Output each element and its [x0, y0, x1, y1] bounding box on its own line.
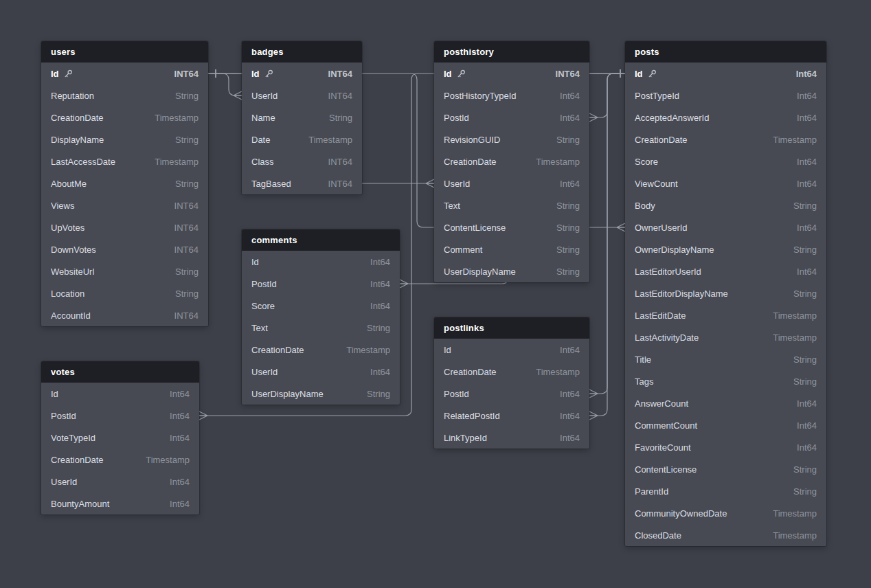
field-row-users-aboutme[interactable]: AboutMeString — [41, 172, 208, 194]
field-row-users-upvotes[interactable]: UpVotesINT64 — [41, 216, 208, 238]
field-row-posthistory-id[interactable]: IdINT64 — [434, 63, 589, 84]
field-type: Int64 — [547, 113, 580, 123]
field-row-users-creationdate[interactable]: CreationDateTimestamp — [41, 106, 208, 128]
field-row-posthistory-postid[interactable]: PostIdInt64 — [434, 106, 589, 128]
table-comments[interactable]: commentsIdInt64PostIdInt64ScoreInt64Text… — [242, 229, 400, 405]
field-row-posts-lasteditoruserid[interactable]: LastEditorUserIdInt64 — [625, 260, 826, 282]
field-row-posts-lasteditordisplayname[interactable]: LastEditorDisplayNameString — [625, 282, 826, 304]
field-row-posts-contentlicense[interactable]: ContentLicenseString — [625, 458, 826, 480]
table-postlinks[interactable]: postlinksIdInt64CreationDateTimestampPos… — [434, 317, 589, 449]
field-name: ViewCount — [635, 179, 678, 189]
table-posts[interactable]: postsIdInt64PostTypeIdInt64AcceptedAnswe… — [625, 41, 826, 546]
field-row-users-websiteurl[interactable]: WebsiteUrlString — [41, 260, 208, 282]
field-row-comments-creationdate[interactable]: CreationDateTimestamp — [242, 339, 400, 361]
field-row-votes-id[interactable]: IdInt64 — [41, 383, 199, 405]
table-badges[interactable]: badgesIdINT64UserIdINT64NameStringDateTi… — [242, 41, 362, 194]
field-name: UserId — [251, 91, 278, 101]
field-row-votes-creationdate[interactable]: CreationDateTimestamp — [41, 449, 199, 471]
field-row-posts-parentid[interactable]: ParentIdString — [625, 480, 826, 502]
field-row-posts-answercount[interactable]: AnswerCountInt64 — [625, 392, 826, 414]
field-name: LinkTypeId — [444, 433, 487, 443]
field-row-posts-owneruserid[interactable]: OwnerUserIdInt64 — [625, 216, 826, 238]
field-row-badges-tagbased[interactable]: TagBasedINT64 — [242, 172, 362, 194]
field-row-posts-ownerdisplayname[interactable]: OwnerDisplayNameString — [625, 238, 826, 260]
field-row-posthistory-creationdate[interactable]: CreationDateTimestamp — [434, 150, 589, 172]
field-row-posthistory-userid[interactable]: UserIdInt64 — [434, 172, 589, 194]
field-name: TagBased — [251, 179, 291, 189]
field-row-postlinks-relatedpostid[interactable]: RelatedPostIdInt64 — [434, 405, 589, 427]
field-row-users-location[interactable]: LocationString — [41, 282, 208, 304]
table-header-comments[interactable]: comments — [242, 229, 400, 251]
field-row-votes-postid[interactable]: PostIdInt64 — [41, 405, 199, 427]
field-name: PostId — [444, 113, 469, 123]
crows-foot-marker — [426, 179, 434, 188]
field-row-comments-id[interactable]: IdInt64 — [242, 251, 400, 273]
field-row-postlinks-postid[interactable]: PostIdInt64 — [434, 383, 589, 405]
field-row-posts-lastactivitydate[interactable]: LastActivityDateTimestamp — [625, 326, 826, 348]
table-header-posts[interactable]: posts — [625, 41, 826, 63]
table-posthistory[interactable]: posthistoryIdINT64PostHistoryTypeIdInt64… — [434, 41, 589, 282]
field-row-users-reputation[interactable]: ReputationString — [41, 84, 208, 106]
field-type: Int64 — [784, 69, 817, 79]
crows-foot-marker — [199, 411, 207, 420]
field-row-users-id[interactable]: IdINT64 — [41, 63, 208, 84]
field-row-posts-score[interactable]: ScoreInt64 — [625, 150, 826, 172]
field-row-posts-closeddate[interactable]: ClosedDateTimestamp — [625, 524, 826, 546]
field-name: ClosedDate — [635, 530, 681, 541]
field-name: Id — [444, 345, 451, 355]
table-header-badges[interactable]: badges — [242, 41, 362, 63]
field-row-badges-id[interactable]: IdINT64 — [242, 63, 362, 84]
field-row-votes-userid[interactable]: UserIdInt64 — [41, 471, 199, 493]
field-row-comments-userid[interactable]: UserIdInt64 — [242, 361, 400, 383]
field-name: CreationDate — [51, 113, 104, 123]
field-row-users-lastaccessdate[interactable]: LastAccessDateTimestamp — [41, 150, 208, 172]
field-row-postlinks-id[interactable]: IdInt64 — [434, 339, 589, 361]
field-type: String — [544, 135, 580, 145]
field-row-posts-tags[interactable]: TagsString — [625, 370, 826, 392]
field-row-users-views[interactable]: ViewsINT64 — [41, 194, 208, 216]
table-header-postlinks[interactable]: postlinks — [434, 317, 589, 339]
table-votes[interactable]: votesIdInt64PostIdInt64VoteTypeIdInt64Cr… — [41, 361, 199, 514]
field-row-posthistory-text[interactable]: TextString — [434, 194, 589, 216]
field-row-posts-lasteditdate[interactable]: LastEditDateTimestamp — [625, 304, 826, 326]
field-name: Location — [51, 289, 84, 299]
field-row-posts-creationdate[interactable]: CreationDateTimestamp — [625, 128, 826, 150]
field-row-posts-viewcount[interactable]: ViewCountInt64 — [625, 172, 826, 194]
table-header-users[interactable]: users — [41, 41, 208, 63]
field-row-posts-body[interactable]: BodyString — [625, 194, 826, 216]
field-row-users-displayname[interactable]: DisplayNameString — [41, 128, 208, 150]
field-row-posts-acceptedanswerid[interactable]: AcceptedAnswerIdInt64 — [625, 106, 826, 128]
field-row-posts-favoritecount[interactable]: FavoriteCountInt64 — [625, 436, 826, 458]
table-header-votes[interactable]: votes — [41, 361, 199, 383]
field-row-comments-score[interactable]: ScoreInt64 — [242, 295, 400, 317]
field-row-posts-commentcount[interactable]: CommentCountInt64 — [625, 414, 826, 436]
field-row-posthistory-posthistorytypeid[interactable]: PostHistoryTypeIdInt64 — [434, 84, 589, 106]
field-row-posts-id[interactable]: IdInt64 — [625, 63, 826, 84]
field-type: Int64 — [547, 345, 580, 355]
field-row-comments-postid[interactable]: PostIdInt64 — [242, 273, 400, 295]
field-row-posthistory-comment[interactable]: CommentString — [434, 238, 589, 260]
field-row-badges-date[interactable]: DateTimestamp — [242, 128, 362, 150]
field-type: Int64 — [358, 301, 390, 311]
field-row-posts-posttypeid[interactable]: PostTypeIdInt64 — [625, 84, 826, 106]
table-header-posthistory[interactable]: posthistory — [434, 41, 589, 63]
diagram-canvas[interactable]: usersIdINT64ReputationStringCreationDate… — [0, 0, 871, 588]
field-row-comments-userdisplayname[interactable]: UserDisplayNameString — [242, 383, 400, 405]
field-row-postlinks-creationdate[interactable]: CreationDateTimestamp — [434, 361, 589, 383]
field-row-comments-text[interactable]: TextString — [242, 317, 400, 339]
field-row-badges-name[interactable]: NameString — [242, 106, 362, 128]
field-row-posts-title[interactable]: TitleString — [625, 348, 826, 370]
table-users[interactable]: usersIdINT64ReputationStringCreationDate… — [41, 41, 208, 326]
field-row-posthistory-contentlicense[interactable]: ContentLicenseString — [434, 216, 589, 238]
field-name: PostId — [251, 279, 277, 289]
field-row-badges-userid[interactable]: UserIdINT64 — [242, 84, 362, 106]
field-row-votes-votetypeid[interactable]: VoteTypeIdInt64 — [41, 427, 199, 449]
field-row-posthistory-userdisplayname[interactable]: UserDisplayNameString — [434, 260, 589, 282]
field-row-votes-bountyamount[interactable]: BountyAmountInt64 — [41, 493, 199, 514]
field-row-posts-communityowneddate[interactable]: CommunityOwnedDateTimestamp — [625, 502, 826, 524]
field-row-users-accountid[interactable]: AccountIdINT64 — [41, 304, 208, 326]
field-row-posthistory-revisionguid[interactable]: RevisionGUIDString — [434, 128, 589, 150]
field-row-users-downvotes[interactable]: DownVotesINT64 — [41, 238, 208, 260]
field-row-badges-class[interactable]: ClassINT64 — [242, 150, 362, 172]
field-row-postlinks-linktypeid[interactable]: LinkTypeIdInt64 — [434, 427, 589, 449]
